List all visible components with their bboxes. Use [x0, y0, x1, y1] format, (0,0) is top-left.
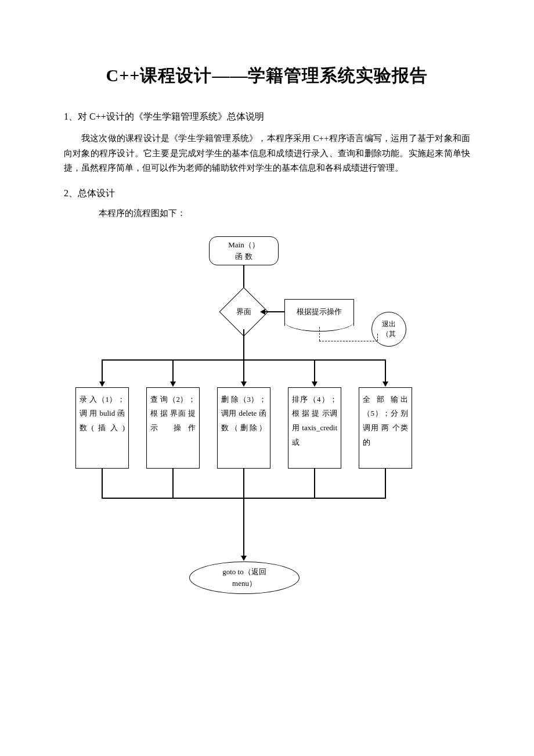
node-ui-decision: 界面	[226, 294, 261, 329]
section-1-heading: 1、对 C++设计的《学生学籍管理系统》总体说明	[64, 111, 470, 123]
edge-p4-down	[314, 469, 315, 498]
node-proc-5-text: 全 部 输出（5）；分 别 调用 两 个类 的	[363, 393, 408, 450]
flowchart: Main（） 函 数 界面 根据提示操作 退出 （其	[64, 236, 470, 620]
edge-ui-to-exit-v	[319, 327, 320, 341]
arrow-collector-to-goto	[241, 556, 247, 561]
edge-to-p5	[385, 359, 386, 384]
arrow-to-p1	[99, 381, 105, 387]
node-proc-3: 删 除（3）；调用 delete 函数（删除）	[217, 387, 270, 469]
node-ui-decision-label: 界面	[236, 307, 251, 317]
edge-collector-to-goto	[243, 498, 244, 558]
edge-ui-down	[243, 329, 244, 359]
document-page: C++课程设计——学籍管理系统实验报告 1、对 C++设计的《学生学籍管理系统》…	[0, 0, 534, 654]
node-main-line1: Main（）	[228, 239, 259, 251]
arrow-to-p2	[170, 381, 176, 387]
node-goto-line1: goto to（返回	[222, 566, 266, 578]
node-main-terminator: Main（） 函 数	[209, 236, 279, 265]
edge-p5-down	[385, 469, 386, 498]
node-proc-2-text: 查 询（2）；根 据 界面 提 示 操作	[150, 393, 196, 435]
node-main-line2: 函 数	[235, 251, 252, 262]
arrow-to-p3	[241, 381, 247, 387]
edge-p3-down	[243, 469, 244, 498]
arrow-to-p4	[312, 381, 317, 387]
node-proc-4: 排序（4）；根 据 提 示调 用 taxis_credit 或	[288, 387, 341, 469]
edge-to-p4	[314, 359, 315, 384]
node-exit-terminator: 退出 （其	[371, 312, 406, 347]
flow-intro: 本程序的流程图如下：	[64, 208, 470, 219]
node-proc-1-text: 录 入（1）；调 用 bulid 函数(插入)	[80, 393, 125, 435]
node-prompt-label: 根据提示操作	[285, 300, 353, 317]
node-proc-5: 全 部 输出（5）；分 别 调用 两 个类 的	[359, 387, 412, 469]
edge-to-p2	[172, 359, 174, 384]
node-prompt-document: 根据提示操作	[284, 299, 354, 326]
edge-ui-to-exit-h	[319, 341, 377, 341]
edge-to-p1	[102, 359, 103, 384]
node-exit-line1: 退出	[382, 319, 396, 329]
node-goto-terminator: goto to（返回 menu）	[189, 561, 300, 594]
node-goto-line2: menu）	[232, 578, 257, 589]
page-title: C++课程设计——学籍管理系统实验报告	[64, 64, 470, 88]
section-2-heading: 2、总体设计	[64, 188, 470, 200]
arrow-to-p5	[383, 381, 388, 387]
node-proc-1: 录 入（1）；调 用 bulid 函数(插入)	[75, 387, 129, 469]
node-proc-3-text: 删 除（3）；调用 delete 函数（删除）	[221, 393, 266, 435]
edge-to-p3	[243, 359, 244, 384]
node-exit-line2: （其	[382, 329, 396, 339]
edge-p2-down	[172, 469, 174, 498]
section-1-body: 我这次做的课程设计是《学生学籍管理系统》，本程序采用 C++程序语言编写，运用了…	[64, 131, 470, 176]
node-proc-2: 查 询（2）；根 据 界面 提 示 操作	[146, 387, 200, 469]
arrow-prompt-to-ui	[260, 309, 265, 315]
node-proc-4-text: 排序（4）；根 据 提 示调 用 taxis_credit 或	[292, 393, 337, 450]
edge-p1-down	[102, 469, 103, 498]
edge-ui-to-exit-v2	[377, 334, 378, 341]
